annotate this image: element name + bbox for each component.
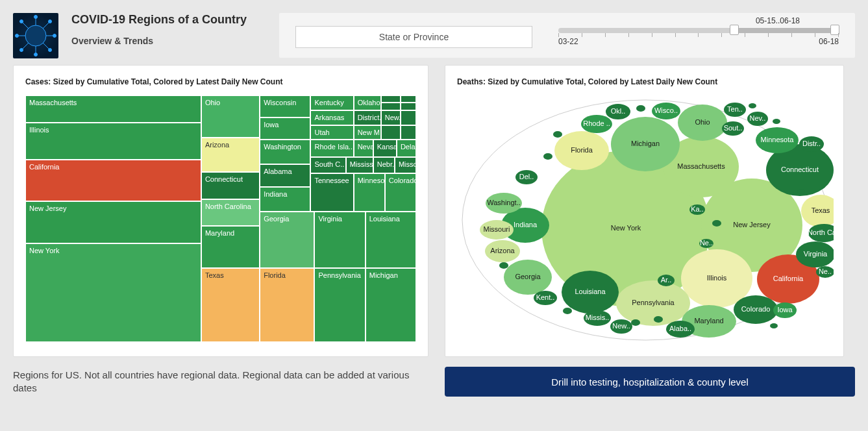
treemap-cell[interactable]: New York bbox=[25, 243, 201, 342]
treemap-cell[interactable]: Oklaho.. bbox=[354, 95, 381, 110]
bubble[interactable] bbox=[654, 316, 663, 323]
bubble[interactable] bbox=[636, 105, 645, 112]
svg-line-15 bbox=[43, 43, 49, 49]
bubble[interactable] bbox=[773, 119, 780, 124]
cases-treemap[interactable]: MassachusettsIllinoisCaliforniaNew Jerse… bbox=[25, 95, 416, 342]
treemap-cell[interactable] bbox=[381, 125, 401, 140]
slider-end-labels: 03-22 06-18 bbox=[558, 37, 839, 46]
treemap-cell[interactable]: New.. bbox=[381, 110, 401, 125]
treemap-cell[interactable]: New Jersey bbox=[25, 201, 201, 243]
bubble[interactable] bbox=[631, 319, 640, 326]
bubble[interactable] bbox=[543, 153, 552, 160]
bubble-label: Ka.. bbox=[691, 205, 704, 213]
treemap-cell[interactable]: Kentucky bbox=[310, 95, 353, 110]
svg-point-4 bbox=[34, 53, 38, 56]
bubble-title: Deaths: Sized by Cumulative Total, Color… bbox=[457, 77, 832, 86]
treemap-cell[interactable]: Florida bbox=[260, 268, 314, 342]
bubble[interactable] bbox=[563, 308, 572, 314]
treemap-cell[interactable]: Texas bbox=[201, 268, 260, 342]
bubble-label: Rhode .. bbox=[583, 119, 610, 127]
bubble-label: Nev.. bbox=[750, 114, 766, 122]
svg-point-2 bbox=[34, 16, 38, 19]
bubble[interactable] bbox=[749, 103, 756, 108]
treemap-cell[interactable]: Louisiana bbox=[366, 212, 416, 268]
header-bar: COVID-19 Regions of a Country Overview &… bbox=[0, 0, 868, 65]
bubble-label: Sout.. bbox=[724, 124, 743, 132]
treemap-cell[interactable]: North Carolina bbox=[201, 199, 260, 227]
svg-line-11 bbox=[43, 23, 49, 29]
bubble[interactable] bbox=[797, 189, 805, 194]
bubble-label: New Jersey bbox=[733, 221, 771, 228]
treemap-cell[interactable]: South C.. bbox=[310, 157, 345, 173]
treemap-cell[interactable]: Arizona bbox=[201, 138, 260, 172]
treemap-cell[interactable]: Nebr.. bbox=[373, 157, 395, 173]
bubble-label: Ne.. bbox=[700, 239, 713, 247]
region-dropdown[interactable]: State or Province bbox=[295, 26, 532, 48]
footer-note: Regions for US. Not all countries have r… bbox=[13, 369, 428, 395]
bubble-label: Wisco.. bbox=[654, 106, 678, 114]
treemap-cell[interactable] bbox=[401, 125, 416, 140]
treemap-cell[interactable]: Wisconsin bbox=[260, 95, 310, 117]
slider-ticks bbox=[558, 33, 839, 37]
deaths-bubble-chart[interactable]: New YorkNew JerseyMassachusettsMichiganO… bbox=[457, 95, 834, 345]
svg-point-12 bbox=[49, 20, 52, 23]
treemap-cell[interactable]: Iowa bbox=[260, 117, 310, 140]
treemap-cell[interactable]: Washington bbox=[260, 140, 310, 164]
treemap-cell[interactable] bbox=[381, 95, 401, 103]
treemap-cell[interactable]: Virginia bbox=[314, 212, 365, 268]
treemap-cell[interactable]: Mississ.. bbox=[346, 157, 373, 173]
slider-track[interactable] bbox=[558, 28, 839, 33]
treemap-cell[interactable] bbox=[381, 103, 401, 110]
treemap-cell[interactable] bbox=[401, 110, 416, 125]
bubble[interactable] bbox=[770, 323, 778, 328]
bubble-label: Michigan bbox=[631, 140, 660, 147]
treemap-cell[interactable]: Minnesota bbox=[354, 173, 385, 212]
treemap-cell[interactable]: Colorado bbox=[385, 173, 416, 212]
virus-icon bbox=[13, 13, 58, 58]
treemap-cell[interactable]: Michigan bbox=[366, 268, 416, 342]
treemap-cell[interactable]: Maryland bbox=[201, 226, 260, 268]
treemap-cell[interactable]: Ohio bbox=[201, 95, 260, 138]
bubble-label: Pennsylvania bbox=[632, 299, 675, 306]
bubble[interactable] bbox=[499, 262, 508, 269]
treemap-cell[interactable]: Arkansas bbox=[310, 110, 353, 125]
bubble-label: Distr.. bbox=[802, 140, 821, 147]
treemap-cell[interactable]: District.. bbox=[354, 110, 381, 125]
treemap-cell[interactable]: Massachusetts bbox=[25, 95, 201, 123]
bubble-label: Del.. bbox=[519, 173, 534, 180]
dropdown-placeholder: State or Province bbox=[379, 32, 449, 42]
treemap-cell[interactable] bbox=[401, 95, 416, 103]
bubble[interactable] bbox=[712, 220, 721, 227]
bubble-label: New York bbox=[611, 224, 641, 232]
treemap-cell[interactable]: Illinois bbox=[25, 123, 201, 160]
treemap-cell[interactable]: Indiana bbox=[260, 187, 310, 212]
bubble-label: California bbox=[773, 275, 804, 282]
treemap-cell[interactable]: New M.. bbox=[354, 125, 381, 140]
treemap-cell[interactable]: Connecticut bbox=[201, 172, 260, 199]
treemap-cell[interactable]: Rhode Isla.. bbox=[310, 140, 353, 157]
treemap-cell[interactable]: Dela.. bbox=[397, 140, 416, 157]
drill-button[interactable]: Drill into testing, hospitalization & co… bbox=[445, 367, 855, 397]
treemap-cell[interactable]: Neva.. bbox=[354, 140, 373, 157]
bubble[interactable] bbox=[553, 131, 562, 138]
bubble-label: Colorado bbox=[741, 305, 771, 313]
treemap-title: Cases: Sized by Cumulative Total, Colore… bbox=[25, 77, 416, 86]
treemap-cell[interactable]: Pennsylvania bbox=[314, 268, 365, 342]
bubble-label: Minnesota bbox=[761, 136, 795, 143]
treemap-cell[interactable]: Misso.. bbox=[395, 157, 416, 173]
svg-point-8 bbox=[53, 34, 56, 38]
treemap-cell[interactable]: Alabama bbox=[260, 164, 310, 186]
charts-row: Cases: Sized by Cumulative Total, Colore… bbox=[0, 65, 868, 357]
bubble-label: Connecticut bbox=[781, 166, 819, 173]
bubble-label: Washingt.. bbox=[487, 199, 521, 206]
treemap-cell[interactable]: Tennessee bbox=[310, 173, 353, 212]
treemap-cell[interactable]: California bbox=[25, 160, 201, 202]
date-slider[interactable]: 05-15..06-18 03-22 06-18 bbox=[558, 28, 839, 46]
treemap-cell[interactable]: Utah bbox=[310, 125, 353, 140]
treemap-cell[interactable]: Kansas bbox=[373, 140, 397, 157]
treemap-cell[interactable]: Georgia bbox=[260, 212, 314, 268]
drill-button-label: Drill into testing, hospitalization & co… bbox=[551, 376, 749, 388]
treemap-cell[interactable] bbox=[401, 103, 416, 110]
svg-point-6 bbox=[16, 34, 19, 38]
bubble-label: Kent.. bbox=[536, 293, 555, 301]
